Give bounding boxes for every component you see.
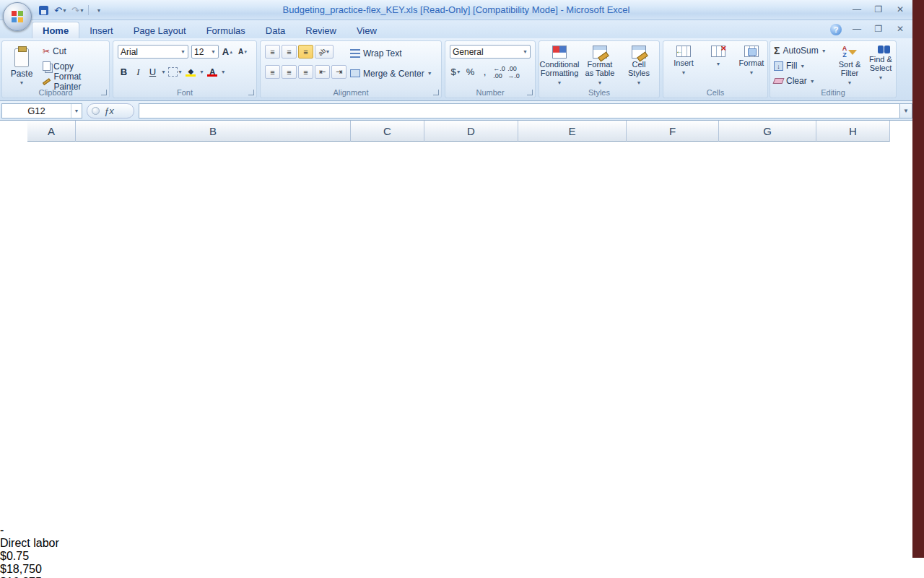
fill-label: Fill [786, 61, 797, 71]
increase-decimal-button[interactable]: ←.0.00 [493, 65, 505, 79]
bold-button[interactable]: B [118, 65, 130, 79]
accounting-format-button[interactable]: $▼ [450, 65, 462, 79]
shrink-font-button[interactable]: A▼ [237, 45, 249, 59]
cell-c5[interactable]: $0.75 [0, 550, 924, 563]
fill-down-icon: ↓ [774, 61, 783, 71]
fill-color-bar [186, 74, 196, 77]
conditional-formatting-button[interactable]: Conditional Formatting▼ [541, 43, 578, 88]
align-center-button[interactable]: ≡ [282, 65, 297, 79]
align-bottom-button[interactable]: ≡ [298, 45, 313, 59]
italic-button[interactable]: I [132, 65, 144, 79]
tab-data[interactable]: Data [256, 22, 295, 38]
column-header-d[interactable]: D [424, 121, 518, 142]
grow-font-button[interactable]: A▲ [222, 45, 234, 59]
merge-center-button[interactable]: Merge & Center▼ [349, 66, 434, 81]
tab-insert[interactable]: Insert [79, 22, 123, 38]
decrease-decimal-button[interactable]: .00→.0 [507, 65, 520, 79]
cell-b5[interactable]: Direct labor [0, 537, 924, 550]
delete-cells-button[interactable]: ▼ [699, 43, 737, 88]
increase-indent-button[interactable]: ⇥ [331, 65, 346, 79]
align-left-button[interactable]: ≡ [265, 65, 280, 79]
minimize-button[interactable]: — [850, 4, 863, 14]
cell-styles-button[interactable]: Cell Styles▼ [620, 43, 658, 88]
autosum-button[interactable]: ΣAutoSum▼ [774, 44, 827, 57]
alignment-dialog-launcher-icon[interactable] [433, 90, 439, 95]
title-bar[interactable]: ↶▼ ↷▼ ▼ Budgeting_practice-flex_KEY.xls … [0, 0, 912, 20]
align-middle-button[interactable]: ≡ [282, 45, 297, 59]
worksheet-grid[interactable] [0, 121, 890, 527]
number-dialog-launcher-icon[interactable] [527, 90, 533, 95]
workbook-window-controls: ? — ❐ ✕ [830, 24, 907, 35]
borders-button[interactable]: ▼ [168, 65, 183, 79]
find-select-label: Find & Select [869, 55, 892, 72]
tab-formulas[interactable]: Formulas [196, 22, 256, 38]
comma-style-button[interactable]: , [479, 65, 491, 79]
help-icon[interactable]: ? [830, 24, 842, 35]
font-size-select[interactable]: 12▼ [191, 45, 219, 59]
workbook-close-button[interactable]: ✕ [894, 24, 907, 35]
orientation-button[interactable]: ab▼ [315, 45, 334, 59]
column-header-a[interactable]: A [27, 121, 76, 142]
sort-filter-label: Sort & Filter [839, 60, 861, 77]
name-box-dropdown[interactable]: ▼ [71, 104, 82, 118]
fill-color-button[interactable]: ◆ [185, 65, 197, 79]
column-header-c[interactable]: C [351, 121, 424, 142]
column-header-h[interactable]: H [816, 121, 890, 142]
tab-home[interactable]: Home [32, 22, 79, 38]
insert-function-button[interactable]: ƒx [87, 103, 134, 118]
formula-input[interactable] [139, 103, 899, 118]
fill-button[interactable]: ↓Fill▼ [774, 59, 805, 72]
wrap-text-button[interactable]: Wrap Text [349, 46, 404, 61]
align-right-button[interactable]: ≡ [298, 65, 313, 79]
font-color-button[interactable]: A [206, 65, 219, 79]
cut-button[interactable]: ✂Cut [41, 43, 109, 59]
office-button[interactable] [3, 2, 32, 31]
workbook-minimize-button[interactable]: — [850, 24, 863, 35]
excel-window: ↶▼ ↷▼ ▼ Budgeting_practice-flex_KEY.xls … [0, 0, 924, 578]
font-family-value: Arial [121, 47, 138, 57]
name-box-value: G12 [2, 105, 71, 116]
chevron-down-icon: ▼ [637, 79, 642, 87]
column-header-e[interactable]: E [518, 121, 627, 142]
insert-cells-icon [676, 46, 691, 57]
chevron-down-icon: ▼ [221, 69, 226, 74]
workbook-restore-button[interactable]: ❐ [872, 24, 885, 35]
column-header-b[interactable]: B [76, 121, 351, 142]
number-format-select[interactable]: General▼ [450, 45, 531, 59]
window-controls: — ❐ ✕ [850, 4, 907, 14]
tab-review[interactable]: Review [295, 22, 346, 38]
paste-button[interactable]: Paste ▼ [6, 43, 38, 90]
horizontal-align-buttons: ≡ ≡ ≡ ⇤ ⇥ [265, 65, 346, 79]
scissors-icon: ✂ [43, 46, 50, 56]
insert-cells-button[interactable]: Insert▼ [665, 43, 702, 88]
underline-button[interactable]: U [147, 65, 159, 79]
clipboard-dialog-launcher-icon[interactable] [101, 90, 107, 95]
chevron-down-icon: ▼ [800, 64, 805, 69]
format-label: Format [739, 59, 764, 67]
column-header-f[interactable]: F [627, 121, 719, 142]
name-box[interactable]: G12 ▼ [1, 103, 82, 118]
group-number: General▼ $▼ % , ←.0.00 .00→.0 Number [445, 40, 536, 98]
column-header-g[interactable]: G [719, 121, 816, 142]
format-cells-button[interactable]: Format▼ [733, 43, 770, 88]
chevron-down-icon: ▼ [557, 79, 562, 87]
tab-view[interactable]: View [346, 22, 387, 38]
font-size-value: 12 [194, 47, 204, 57]
font-family-select[interactable]: Arial▼ [118, 45, 188, 59]
restore-button[interactable]: ❐ [872, 4, 885, 14]
font-dialog-launcher-icon[interactable] [248, 90, 254, 95]
format-painter-button[interactable]: Format Painter [41, 74, 109, 89]
clear-button[interactable]: Clear▼ [774, 74, 815, 87]
sort-filter-button[interactable]: AZ Sort & Filter▼ [834, 43, 866, 88]
group-font: Arial▼ 12▼ A▲ A▼ B I U ▼ ▼ ◆ ▼ A ▼ Font [113, 40, 257, 98]
tab-page-layout[interactable]: Page Layout [123, 22, 196, 38]
format-as-table-button[interactable]: Format as Table▼ [581, 43, 619, 88]
align-top-button[interactable]: ≡ [265, 45, 280, 59]
close-button[interactable]: ✕ [894, 4, 907, 14]
decrease-indent-button[interactable]: ⇤ [315, 65, 330, 79]
find-select-button[interactable]: Find & Select▼ [866, 43, 896, 88]
percent-style-button[interactable]: % [464, 65, 476, 79]
expand-formula-bar-button[interactable]: ▼ [899, 103, 912, 118]
window-title: Budgeting_practice-flex_KEY.xls [Read-On… [0, 4, 912, 15]
cell-d5[interactable]: $18,750 [0, 563, 924, 576]
